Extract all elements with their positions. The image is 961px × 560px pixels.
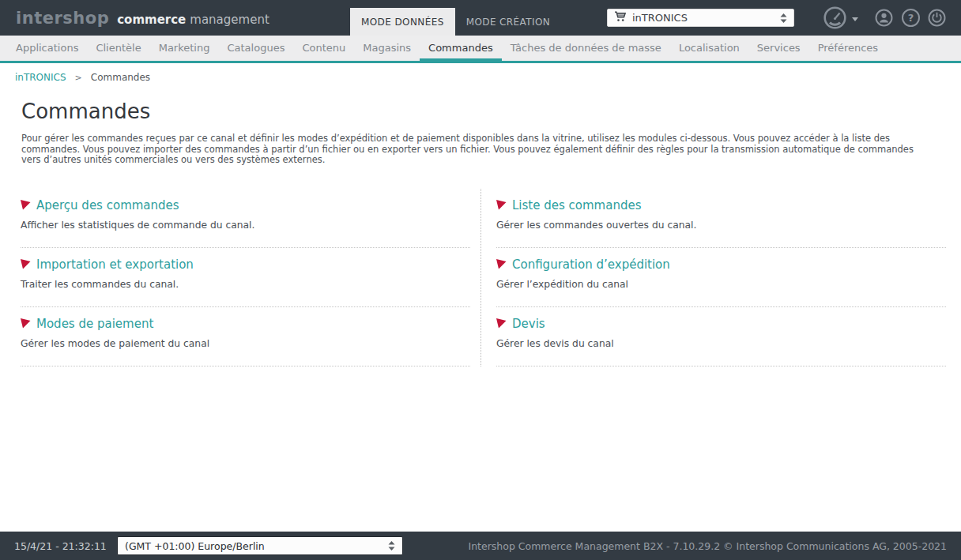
help-button[interactable]: ? bbox=[902, 9, 920, 27]
shopping-cart-icon bbox=[614, 10, 626, 25]
nav-item-catalogues[interactable]: Catalogues bbox=[218, 36, 293, 61]
flag-icon bbox=[21, 318, 31, 329]
module-link-apercu-des-commandes[interactable]: Aperçu des commandes bbox=[36, 198, 179, 212]
nav-item-magasins[interactable]: Magasins bbox=[354, 36, 420, 61]
timezone-selector-value: (GMT +01:00) Europe/Berlin bbox=[125, 540, 265, 552]
select-stepper-icon bbox=[388, 541, 395, 551]
nav-item-services[interactable]: Services bbox=[748, 36, 809, 61]
flag-icon bbox=[496, 318, 507, 329]
module-description: Gérer l’expédition du canal bbox=[496, 279, 946, 290]
page-intro: Pour gérer les commandes reçues par ce c… bbox=[21, 133, 929, 166]
module-importation-et-exportation: Importation et exportation Traiter les c… bbox=[0, 248, 481, 307]
flag-icon bbox=[21, 259, 31, 269]
nav-item-clientele[interactable]: Clientèle bbox=[87, 36, 149, 61]
logout-power-icon bbox=[928, 9, 946, 27]
content-area: inTRONICS > Commandes Commandes Pour gér… bbox=[0, 72, 961, 366]
main-nav: Applications Clientèle Marketing Catalog… bbox=[0, 36, 961, 63]
user-account-button[interactable] bbox=[875, 9, 893, 27]
channel-selector-value: inTRONICS bbox=[632, 12, 688, 24]
top-bar: intershop commerce management MODE DONNÉ… bbox=[0, 0, 961, 36]
logout-button[interactable] bbox=[928, 9, 946, 27]
page-title: Commandes bbox=[21, 100, 961, 123]
nav-item-taches-de-donnees-de-masse[interactable]: Tâches de données de masse bbox=[502, 36, 670, 61]
logo-product-light: management bbox=[190, 13, 269, 27]
module-grid: Aperçu des commandes Afficher les statis… bbox=[0, 189, 961, 366]
breadcrumb-separator: > bbox=[75, 73, 82, 83]
tab-mode-creation[interactable]: MODE CRÉATION bbox=[455, 8, 562, 36]
module-description: Gérer les commandes ouvertes du canal. bbox=[496, 220, 946, 231]
breadcrumb-current: Commandes bbox=[91, 72, 150, 83]
intershop-logo: intershop commerce management bbox=[16, 9, 269, 28]
breadcrumb: inTRONICS > Commandes bbox=[15, 72, 961, 83]
module-modes-de-paiement: Modes de paiement Gérer les modes de pai… bbox=[0, 307, 481, 366]
help-icon: ? bbox=[908, 12, 914, 24]
nav-item-applications[interactable]: Applications bbox=[7, 36, 87, 61]
dashboard-menu-button[interactable] bbox=[823, 6, 858, 33]
nav-item-commandes[interactable]: Commandes bbox=[420, 36, 502, 61]
flag-icon bbox=[496, 259, 507, 269]
timezone-selector[interactable]: (GMT +01:00) Europe/Berlin bbox=[117, 536, 403, 555]
module-link-liste-des-commandes[interactable]: Liste des commandes bbox=[512, 198, 641, 212]
module-link-devis[interactable]: Devis bbox=[512, 317, 545, 331]
footer-bar: 15/4/21 - 21:32:11 (GMT +01:00) Europe/B… bbox=[0, 532, 961, 560]
chevron-down-icon bbox=[852, 17, 858, 21]
module-configuration-expedition: Configuration d’expédition Gérer l’expéd… bbox=[481, 248, 961, 307]
select-stepper-icon bbox=[780, 13, 787, 23]
nav-item-contenu[interactable]: Contenu bbox=[293, 36, 354, 61]
module-description: Gérer les modes de paiement du canal bbox=[21, 338, 470, 349]
mode-tabs: MODE DONNÉES MODE CRÉATION bbox=[350, 8, 561, 36]
module-link-importation-et-exportation[interactable]: Importation et exportation bbox=[36, 257, 194, 272]
nav-item-preferences[interactable]: Préférences bbox=[809, 36, 887, 61]
module-devis: Devis Gérer les devis du canal bbox=[481, 307, 961, 366]
module-description: Afficher les statistiques de commande du… bbox=[21, 220, 470, 231]
module-liste-des-commandes: Liste des commandes Gérer les commandes … bbox=[481, 189, 961, 248]
footer-datetime: 15/4/21 - 21:32:11 bbox=[14, 540, 107, 552]
nav-item-localisation[interactable]: Localisation bbox=[670, 36, 748, 61]
module-description: Gérer les devis du canal bbox=[496, 338, 946, 349]
module-link-configuration-expedition[interactable]: Configuration d’expédition bbox=[512, 257, 670, 272]
footer-copyright: Intershop Commerce Management B2X - 7.10… bbox=[468, 540, 947, 552]
logo-brand: intershop bbox=[16, 9, 109, 28]
flag-icon bbox=[21, 200, 31, 210]
module-apercu-des-commandes: Aperçu des commandes Afficher les statis… bbox=[0, 189, 481, 248]
breadcrumb-root-link[interactable]: inTRONICS bbox=[15, 72, 66, 83]
channel-selector[interactable]: inTRONICS bbox=[607, 9, 794, 27]
dashboard-gauge-icon bbox=[823, 6, 847, 33]
logo-product-bold: commerce bbox=[117, 13, 186, 27]
nav-item-marketing[interactable]: Marketing bbox=[150, 36, 219, 61]
user-account-icon bbox=[875, 9, 893, 27]
flag-icon bbox=[496, 200, 507, 210]
tab-mode-donnees[interactable]: MODE DONNÉES bbox=[350, 8, 455, 36]
module-link-modes-de-paiement[interactable]: Modes de paiement bbox=[36, 317, 153, 331]
module-description: Traiter les commandes du canal. bbox=[21, 279, 470, 290]
